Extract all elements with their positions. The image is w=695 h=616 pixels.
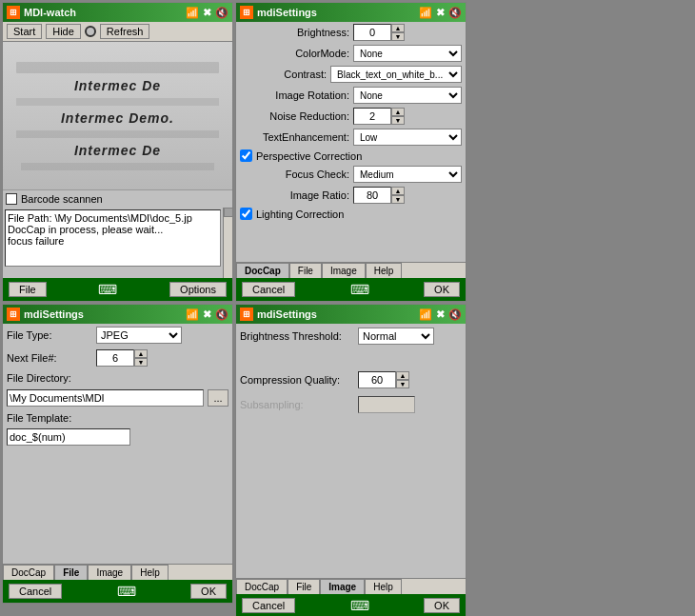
ratio-down[interactable]: ▼ (391, 195, 405, 204)
next-file-spin-buttons: ▲ ▼ (134, 349, 148, 367)
mdi-watch-title: MDI-watch (24, 7, 76, 18)
compression-input[interactable] (358, 371, 396, 388)
ratio-spinner: ▲ ▼ (353, 187, 405, 204)
lighting-checkbox[interactable] (240, 208, 252, 220)
compression-spinner: ▲ ▼ (358, 371, 409, 388)
text-enhancement-select[interactable]: Low (353, 129, 462, 146)
brightness-spinner: ▲ ▼ (353, 24, 405, 41)
file-template-input[interactable] (7, 428, 130, 446)
hide-button[interactable]: Hide (46, 24, 81, 39)
tab-file-3[interactable]: File (54, 565, 88, 580)
next-file-label: Next File#: (7, 352, 92, 364)
noise-row: Noise Reduction: ▲ ▼ (236, 106, 466, 127)
signal-icon-2: 📶 (419, 7, 432, 19)
start-button[interactable]: Start (7, 24, 42, 39)
file-dir-label: File Directory: (7, 372, 71, 384)
tab-file-4[interactable]: File (288, 579, 320, 594)
focus-row: Focus Check: Medium (236, 164, 466, 185)
mdisettings-window-2: ⊞ mdiSettings 📶 ✖ 🔇 Brightness: ▲ ▼ Colo… (235, 2, 467, 302)
mdi-watch-window: ⊞ MDI-watch 📶 ✖ 🔇 Start Hide Refresh Int… (2, 2, 233, 302)
tab-doccap-2[interactable]: DocCap (236, 263, 289, 278)
next-file-row: Next File#: ▲ ▼ (3, 347, 232, 369)
contrast-select[interactable]: Black_text_on_white_b... (330, 66, 462, 83)
subsampling-input (358, 396, 415, 413)
focus-select[interactable]: Medium (353, 166, 462, 183)
tab-help-2[interactable]: Help (366, 263, 403, 278)
compression-up[interactable]: ▲ (396, 371, 409, 380)
compression-spin-buttons: ▲ ▼ (396, 371, 409, 388)
brightness-up[interactable]: ▲ (391, 24, 405, 32)
barcode-checkbox[interactable] (6, 193, 17, 205)
ok-button-2[interactable]: OK (424, 282, 460, 297)
title-bar-icons: 📶 ✖ 🔇 (186, 7, 228, 19)
options-button[interactable]: Options (169, 282, 227, 297)
mdisettings-3-title: mdiSettings (24, 308, 84, 320)
mdisettings-4-tabs: DocCap File Image Help (236, 578, 466, 594)
mute-icon-3: 🔇 (215, 308, 228, 321)
compression-down[interactable]: ▼ (396, 380, 409, 388)
cancel-button-4[interactable]: Cancel (242, 598, 295, 613)
brightness-threshold-select[interactable]: Normal (358, 328, 434, 345)
perspective-row: Perspective Correction (236, 148, 466, 164)
cancel-button-2[interactable]: Cancel (242, 282, 295, 297)
mdi-watch-toolbar: Start Hide Refresh (3, 22, 232, 42)
preview-text-1: Intermec De (74, 78, 161, 93)
next-file-up[interactable]: ▲ (134, 349, 148, 358)
windows-icon-4: ⊞ (240, 308, 253, 321)
ok-button-3[interactable]: OK (190, 584, 227, 599)
colormode-select[interactable]: None (353, 45, 462, 62)
ratio-up[interactable]: ▲ (391, 187, 405, 195)
preview-text-3: Intermec De (74, 143, 161, 158)
file-dir-browse-button[interactable]: ... (208, 389, 228, 407)
brightness-input[interactable] (353, 24, 391, 41)
no-signal-icon: ✖ (203, 7, 211, 19)
log-scrollbar[interactable] (223, 208, 232, 278)
perspective-checkbox[interactable] (240, 149, 252, 162)
tab-doccap-4[interactable]: DocCap (236, 579, 288, 594)
keyboard-icon-4: ⌨ (350, 598, 369, 613)
mdisettings-4-title-bar: ⊞ mdiSettings 📶 ✖ 🔇 (236, 305, 466, 324)
file-dir-row: ... (3, 387, 232, 409)
noise-label: Noise Reduction: (240, 110, 349, 122)
file-template-label-row: File Template: (3, 409, 232, 427)
compression-quality-label: Compression Quality: (240, 374, 354, 386)
tab-help-3[interactable]: Help (131, 565, 169, 580)
file-button[interactable]: File (9, 282, 47, 297)
noise-input[interactable] (353, 108, 391, 125)
refresh-button[interactable]: Refresh (100, 24, 150, 39)
brightness-row: Brightness: ▲ ▼ (236, 22, 466, 43)
mdisettings-2-bottom-bar: Cancel ⌨ OK (236, 278, 466, 301)
tab-image-4[interactable]: Image (320, 579, 365, 594)
brightness-down[interactable]: ▼ (391, 32, 405, 41)
rotation-select[interactable]: None (353, 87, 462, 104)
no-signal-icon-2: ✖ (436, 7, 445, 19)
noise-up[interactable]: ▲ (391, 108, 405, 116)
ratio-label: Image Ratio: (240, 189, 349, 201)
tab-doccap-3[interactable]: DocCap (3, 565, 54, 580)
next-file-down[interactable]: ▼ (134, 358, 148, 367)
tab-image-3[interactable]: Image (88, 565, 131, 580)
title-bar-icons-3: 📶 ✖ 🔇 (186, 308, 228, 321)
file-dir-input[interactable] (7, 389, 204, 407)
rotation-row: Image Rotation: None (236, 85, 466, 106)
mdisettings-2-tabs: DocCap File Image Help (236, 262, 466, 278)
colormode-label: ColorMode: (240, 48, 349, 59)
tab-file-2[interactable]: File (289, 263, 322, 278)
windows-icon-3: ⊞ (7, 308, 20, 321)
signal-icon: 📶 (186, 7, 199, 19)
ratio-input[interactable] (353, 187, 391, 204)
noise-down[interactable]: ▼ (391, 116, 405, 125)
text-enhancement-row: TextEnhancement: Low (236, 127, 466, 148)
file-type-select[interactable]: JPEG (96, 327, 182, 344)
tab-image-2[interactable]: Image (322, 263, 366, 278)
cancel-button-3[interactable]: Cancel (9, 584, 62, 599)
next-file-spinner: ▲ ▼ (96, 349, 148, 367)
signal-icon-4: 📶 (419, 308, 432, 321)
preview-text-2: Intermec Demo. (61, 110, 174, 126)
ok-button-4[interactable]: OK (424, 598, 460, 613)
tab-help-4[interactable]: Help (365, 579, 402, 594)
next-file-input[interactable] (96, 349, 134, 367)
scrollbar-thumb[interactable] (224, 208, 233, 217)
title-bar-icons-4: 📶 ✖ 🔇 (419, 308, 462, 321)
title-bar-icons-2: 📶 ✖ 🔇 (419, 7, 462, 19)
